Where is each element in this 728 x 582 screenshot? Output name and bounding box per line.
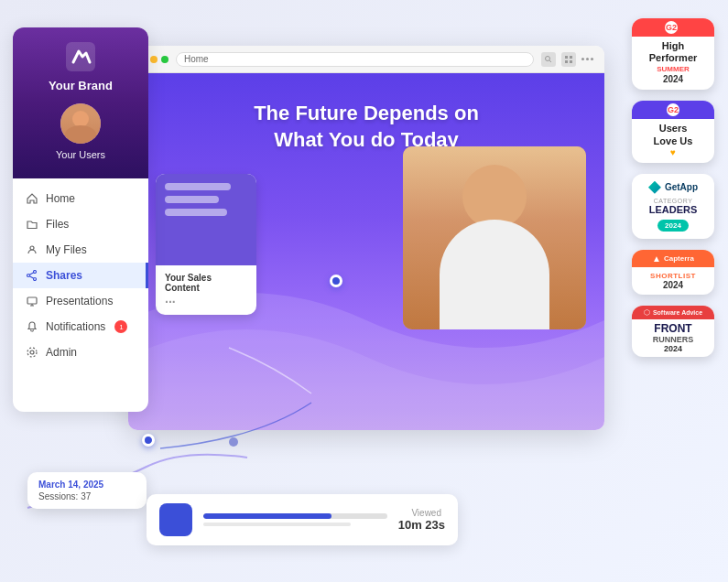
viewed-label: Viewed	[398, 508, 441, 518]
getapp-leaders: LEADERS	[639, 204, 707, 215]
software-runners: RUNNERS	[637, 335, 709, 344]
svg-rect-17	[570, 60, 572, 63]
mid-dot	[330, 275, 342, 287]
sidebar-item-files[interactable]: Files	[13, 211, 148, 237]
analytics-sessions: Sessions: 37	[38, 491, 136, 501]
getapp-badge: GetApp CATEGORY LEADERS 2024	[632, 174, 714, 239]
maximize-dot	[161, 56, 168, 63]
hero-text: The Future Depends on What You do Today	[128, 101, 604, 153]
viewed-time: 10m 23s	[398, 518, 445, 532]
shares-label: Shares	[46, 269, 82, 282]
g2-hp-line1: High	[637, 40, 709, 52]
svg-rect-0	[66, 42, 95, 71]
sidebar-item-presentations[interactable]: Presentations	[13, 288, 148, 314]
content-card[interactable]: Your Sales Content ···	[156, 174, 256, 315]
analytics-date: March 14, 2025	[38, 480, 136, 490]
sessions-label: Sessions:	[38, 491, 78, 501]
address-bar[interactable]: Home	[176, 52, 534, 67]
bell-icon	[26, 320, 38, 333]
heart-icon: ♥	[637, 147, 709, 157]
svg-rect-14	[565, 56, 568, 59]
viewed-info: Viewed 10m 23s	[398, 508, 445, 532]
svg-point-3	[34, 278, 37, 281]
sidebar-logo	[24, 42, 137, 71]
browser-content: The Future Depends on What You do Today …	[128, 73, 604, 430]
g2-ul-header: G2	[632, 101, 714, 119]
svg-point-11	[27, 348, 37, 357]
minimize-dot	[150, 56, 158, 63]
g2-high-performer-badge: G2 High Performer SUMMER 2024	[632, 18, 714, 90]
card-menu-dots[interactable]: ···	[165, 295, 247, 309]
g2-ul-line1: Users	[637, 123, 709, 135]
capterra-year: 2024	[637, 280, 709, 290]
getapp-diamond-icon	[648, 181, 661, 194]
g2-hp-tag: SUMMER	[637, 65, 709, 73]
card-title: Your Sales Content	[165, 273, 247, 293]
avatar-face	[60, 103, 101, 144]
browser-window: Home	[128, 46, 604, 430]
logo-icon	[66, 42, 95, 71]
menu-dots[interactable]	[581, 58, 593, 60]
presentations-label: Presentations	[46, 295, 113, 307]
getapp-year: 2024	[657, 220, 689, 232]
search-icon[interactable]	[541, 52, 556, 67]
capterra-body: SHORTLIST 2024	[632, 267, 714, 295]
viewed-progress	[203, 513, 387, 526]
card-footer: Your Sales Content ···	[156, 265, 256, 315]
notifications-label: Notifications	[46, 320, 105, 333]
g2-ul-body: Users Love Us ♥	[632, 119, 714, 162]
svg-rect-7	[27, 297, 37, 304]
getapp-logo-area: GetApp	[639, 181, 707, 194]
getapp-category: CATEGORY	[639, 198, 707, 204]
svg-line-6	[29, 276, 33, 279]
sidebar-item-my-files[interactable]: My Files	[13, 237, 148, 263]
capterra-header: ▲ Capterra	[632, 250, 714, 267]
g2-users-love-badge: G2 Users Love Us ♥	[632, 101, 714, 162]
sidebar-nav: Home Files My Files Shares	[13, 178, 148, 372]
sidebar-item-shares[interactable]: Shares	[13, 263, 148, 288]
admin-label: Admin	[46, 346, 77, 359]
brand-name: Your Brand	[24, 79, 137, 92]
g2-hp-year: 2024	[637, 74, 709, 84]
home-label: Home	[46, 192, 75, 205]
grid-icon[interactable]	[561, 52, 576, 67]
sidebar: Your Brand Your Users Home Files	[13, 27, 148, 412]
admin-icon	[26, 346, 38, 359]
my-files-label: My Files	[46, 243, 87, 256]
sidebar-item-notifications[interactable]: Notifications 1	[13, 314, 148, 340]
svg-point-12	[546, 56, 550, 60]
svg-line-13	[549, 60, 551, 62]
files-label: Files	[46, 218, 69, 231]
software-year: 2024	[637, 344, 709, 353]
user-folder-icon	[26, 243, 38, 256]
analytics-tooltip: March 14, 2025 Sessions: 37	[27, 472, 147, 509]
address-text: Home	[184, 54, 209, 64]
svg-rect-15	[570, 56, 572, 59]
share-icon	[26, 269, 38, 282]
software-brand: Software Advice	[653, 309, 702, 316]
g2-hp-line2: Performer	[637, 52, 709, 64]
g2-logo-2: G2	[667, 103, 679, 116]
svg-point-10	[30, 350, 34, 354]
sidebar-item-admin[interactable]: Admin	[13, 340, 148, 365]
main-container: Your Brand Your Users Home Files	[0, 0, 728, 582]
getapp-name: GetApp	[665, 182, 698, 192]
card-preview	[156, 174, 256, 265]
sessions-value: 37	[81, 491, 91, 501]
viewed-thumbnail	[159, 503, 192, 536]
software-body: FRONT RUNNERS 2024	[632, 319, 714, 357]
analytics-indicator-dot	[142, 434, 155, 447]
sidebar-header: Your Brand Your Users	[13, 27, 148, 178]
card-line-3	[165, 209, 227, 216]
progress-fill	[203, 513, 331, 519]
g2-hp-header: G2	[632, 18, 714, 37]
browser-actions	[541, 52, 593, 67]
g2-logo-1: G2	[665, 21, 678, 34]
notification-badge: 1	[114, 320, 127, 333]
viewed-bar: Viewed 10m 23s	[147, 494, 458, 545]
badges-container: G2 High Performer SUMMER 2024 G2 Users L…	[632, 18, 714, 357]
sidebar-item-home[interactable]: Home	[13, 186, 148, 211]
software-advice-icon: ⬡	[644, 308, 650, 317]
person-body	[440, 220, 549, 329]
capterra-badge: ▲ Capterra SHORTLIST 2024	[632, 250, 714, 295]
